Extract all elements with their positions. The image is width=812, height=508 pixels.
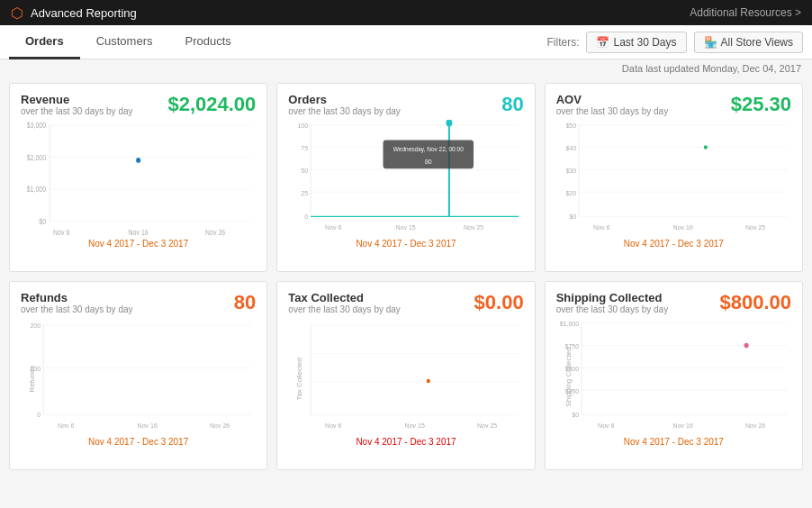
svg-text:$0: $0 <box>569 212 576 221</box>
orders-title-block: Orders over the last 30 days by day <box>288 93 401 116</box>
refunds-title-block: Refunds over the last 30 days by day <box>21 291 133 314</box>
shipping-card: Shipping Collected over the last 30 days… <box>545 281 803 470</box>
refunds-value: 80 <box>234 291 256 314</box>
tab-customers[interactable]: Customers <box>80 25 169 59</box>
svg-text:Nov 16: Nov 16 <box>138 422 158 431</box>
svg-text:$2,000: $2,000 <box>27 153 46 162</box>
svg-text:Nov 25: Nov 25 <box>745 223 765 232</box>
svg-text:$0: $0 <box>572 410 579 419</box>
orders-subtitle: over the last 30 days by day <box>288 106 401 116</box>
aov-value: $25.30 <box>731 93 791 116</box>
svg-text:0: 0 <box>305 212 309 221</box>
data-last-updated: Data last updated Monday, Dec 04, 2017 <box>0 59 812 76</box>
svg-text:80: 80 <box>425 157 432 166</box>
refunds-title: Refunds <box>21 291 133 304</box>
svg-point-9 <box>136 158 140 163</box>
svg-text:$0: $0 <box>39 217 46 226</box>
svg-text:Nov 6: Nov 6 <box>325 422 341 431</box>
dashboard-grid: Revenue over the last 30 days by day $2,… <box>0 76 812 477</box>
svg-text:50: 50 <box>302 166 309 175</box>
svg-text:Nov 26: Nov 26 <box>205 228 225 237</box>
svg-text:Tax Collected: Tax Collected <box>296 358 303 400</box>
store-view-label: All Store Views <box>721 36 793 49</box>
svg-text:$1,000: $1,000 <box>27 186 46 195</box>
svg-point-81 <box>744 343 748 349</box>
svg-text:$3,000: $3,000 <box>27 122 46 131</box>
svg-text:Nov 16: Nov 16 <box>129 228 149 237</box>
revenue-card: Revenue over the last 30 days by day $2,… <box>9 83 267 272</box>
svg-text:Nov 16: Nov 16 <box>672 422 692 431</box>
svg-text:Nov 6: Nov 6 <box>58 422 74 431</box>
revenue-value: $2,024.00 <box>167 93 256 116</box>
tab-products[interactable]: Products <box>169 25 248 59</box>
store-view-filter-button[interactable]: 🏪 All Store Views <box>694 32 803 53</box>
svg-point-65 <box>427 379 430 384</box>
svg-text:$1,000: $1,000 <box>559 320 578 329</box>
svg-text:Nov 15: Nov 15 <box>396 223 416 232</box>
orders-value: 80 <box>501 93 523 116</box>
date-range-label: Last 30 Days <box>613 36 676 49</box>
refunds-card-header: Refunds over the last 30 days by day 80 <box>21 291 256 314</box>
svg-text:Nov 25: Nov 25 <box>464 223 483 232</box>
shipping-chart: $1,000 $750 $500 $250 $0 Shipping Collec… <box>556 318 791 435</box>
svg-text:200: 200 <box>30 322 41 331</box>
aov-date-range: Nov 4 2017 - Dec 3 2017 <box>556 239 791 249</box>
tax-chart: Tax Collected Nov 6 Nov 15 Nov 25 <box>288 318 523 435</box>
svg-text:Nov 26: Nov 26 <box>745 422 765 431</box>
orders-date-range: Nov 4 2017 - Dec 3 2017 <box>288 239 523 249</box>
shipping-subtitle: over the last 30 days by day <box>556 304 669 314</box>
top-bar-left: ⬡ Advanced Reporting <box>11 5 137 22</box>
refunds-card: Refunds over the last 30 days by day 80 … <box>9 281 267 470</box>
orders-title: Orders <box>288 93 401 106</box>
svg-text:Nov 6: Nov 6 <box>53 228 69 237</box>
tab-orders[interactable]: Orders <box>9 25 80 59</box>
aov-card-header: AOV over the last 30 days by day $25.30 <box>556 93 791 116</box>
calendar-icon: 📅 <box>596 36 609 49</box>
main-tabs: Orders Customers Products <box>9 25 248 59</box>
svg-text:$50: $50 <box>565 122 576 131</box>
tax-date-range: Nov 4 2017 - Dec 3 2017 <box>288 437 523 447</box>
refunds-date-range: Nov 4 2017 - Dec 3 2017 <box>21 437 256 447</box>
tax-title-block: Tax Collected over the last 30 days by d… <box>288 291 401 314</box>
app-title: Advanced Reporting <box>31 6 137 20</box>
svg-text:Wednesday, Nov 22, 00:00: Wednesday, Nov 22, 00:00 <box>393 146 464 153</box>
svg-text:Nov 15: Nov 15 <box>405 422 425 431</box>
svg-text:Nov 26: Nov 26 <box>210 422 230 431</box>
aov-title: AOV <box>556 93 669 106</box>
aov-title-block: AOV over the last 30 days by day <box>556 93 669 116</box>
svg-text:$20: $20 <box>565 188 576 197</box>
svg-text:0: 0 <box>37 410 41 419</box>
svg-text:$30: $30 <box>565 166 576 175</box>
revenue-subtitle: over the last 30 days by day <box>21 106 133 116</box>
revenue-title-block: Revenue over the last 30 days by day <box>21 93 133 116</box>
tax-card: Tax Collected over the last 30 days by d… <box>276 281 535 470</box>
tax-title: Tax Collected <box>288 291 401 304</box>
svg-text:$40: $40 <box>565 144 576 153</box>
date-range-filter-button[interactable]: 📅 Last 30 Days <box>586 32 686 53</box>
shipping-card-header: Shipping Collected over the last 30 days… <box>556 291 791 314</box>
svg-text:Nov 25: Nov 25 <box>477 422 497 431</box>
top-bar: ⬡ Advanced Reporting Additional Resource… <box>0 0 812 25</box>
svg-text:100: 100 <box>298 122 309 131</box>
svg-text:Nov 16: Nov 16 <box>672 223 692 232</box>
tax-card-header: Tax Collected over the last 30 days by d… <box>288 291 523 314</box>
aov-subtitle: over the last 30 days by day <box>556 106 669 116</box>
svg-text:Nov 6: Nov 6 <box>593 223 609 232</box>
additional-resources-link[interactable]: Additional Resources > <box>690 6 801 19</box>
filters-section: Filters: 📅 Last 30 Days 🏪 All Store View… <box>546 32 803 53</box>
tax-value: $0.00 <box>474 291 524 314</box>
shipping-title-block: Shipping Collected over the last 30 days… <box>556 291 669 314</box>
tab-bar: Orders Customers Products Filters: 📅 Las… <box>0 25 812 59</box>
shipping-date-range: Nov 4 2017 - Dec 3 2017 <box>556 437 791 447</box>
orders-card: Orders over the last 30 days by day 80 1… <box>276 83 535 272</box>
filter-label: Filters: <box>546 36 579 49</box>
revenue-date-range: Nov 4 2017 - Dec 3 2017 <box>21 239 256 249</box>
revenue-card-header: Revenue over the last 30 days by day $2,… <box>21 93 256 116</box>
tax-subtitle: over the last 30 days by day <box>288 304 401 314</box>
svg-text:75: 75 <box>302 144 309 153</box>
svg-text:Nov 6: Nov 6 <box>598 422 614 431</box>
svg-text:Refunds: Refunds <box>28 366 35 393</box>
magento-logo-icon: ⬡ <box>11 5 23 22</box>
svg-point-44 <box>703 145 707 150</box>
revenue-chart: $3,000 $2,000 $1,000 $0 Nov 6 Nov 16 Nov… <box>21 120 256 237</box>
